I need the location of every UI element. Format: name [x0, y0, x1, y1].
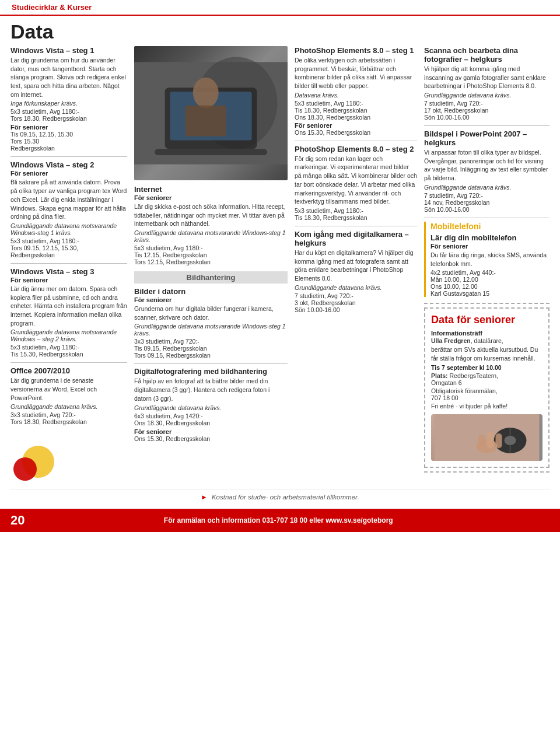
windows-vista-3-subtitle: För seniorer: [10, 277, 127, 284]
internet-schedule: 5x3 studietim, Avg 1180:- Tis 12.15, Red…: [134, 244, 288, 265]
office-schedule: 3x3 studietim, Avg 720:- Tors 18.30, Red…: [10, 411, 127, 425]
bilder-subtitle: För seniorer: [134, 296, 288, 303]
seniors-box-name: Ulla Fredgren: [431, 337, 471, 344]
office-block: Office 2007/2010 Lär dig grunderna i de …: [10, 366, 127, 425]
top-section: Windows Vista – steg 1 Lär dig grunderna…: [10, 46, 550, 484]
center-photo: Internet För seniorer Lär dig skicka e-p…: [134, 46, 288, 447]
internet-italic: Grundläggande datavana motsvarande Windo…: [134, 229, 288, 243]
mobiltelefoni-title: Lär dig din mobiltelefon: [430, 233, 550, 242]
windows-vista-2-block: Windows Vista – steg 2 För seniorer Bli …: [10, 160, 127, 258]
section-title: Data: [10, 22, 550, 41]
hand-mouse-image: [431, 414, 542, 461]
digitalfoto-title: Digitalfotografering med bildhantering: [134, 368, 288, 376]
windows-vista-3-schedule: 5x3 studietim, Avg 1180:- Tis 15.30, Red…: [10, 344, 127, 358]
sep-3: [10, 362, 127, 363]
office-italic: Grundläggande datavana krävs.: [10, 403, 127, 410]
seniors-box-free: Fri entré - vi bjuder på kaffe!: [431, 403, 542, 410]
photoshop-2-title: PhotoShop Elements 8.0 – steg 2: [295, 145, 417, 153]
digitalkamera-body: Har du köpt en digitalkamera? Vi hjälper…: [295, 249, 417, 283]
windows-vista-2-title: Windows Vista – steg 2: [10, 160, 127, 169]
seniors-box-title: Data för seniorer: [431, 314, 542, 326]
svg-point-10: [505, 436, 516, 445]
windows-vista-1-italic: Inga förkunskaper krävs.: [10, 100, 127, 107]
bottom-note-arrow: ►: [201, 494, 207, 501]
office-body: Lär dig grunderna i de senaste versioner…: [10, 376, 127, 402]
windows-vista-2-body: Bli säkrare på att använda datorn. Prova…: [10, 178, 127, 221]
sep-ps2: [295, 226, 417, 226]
sep-scanna: [424, 125, 550, 126]
scanna-title: Scanna och bearbeta dina fotografier – h…: [424, 46, 550, 64]
bottom-note-text: Kostnad för studie- och arbetsmaterial t…: [212, 494, 359, 501]
windows-vista-3-block: Windows Vista – steg 3 För seniorer Lär …: [10, 267, 127, 358]
bilder-block: Bilder i datorn För seniorer Grunderna o…: [134, 287, 288, 359]
circle-red: [13, 457, 37, 481]
internet-block: Internet För seniorer Lär dig skicka e-p…: [134, 185, 288, 265]
bildspel-schedule: 7 studietim, Avg 720:- 14 nov, Redbergss…: [424, 192, 550, 213]
digitalfoto-seniors-schedule: Ons 15.30, Redbergsskolan: [134, 435, 288, 442]
photoshop-1-title: PhotoShop Elements 8.0 – steg 1: [295, 46, 417, 55]
svg-rect-13: [487, 432, 494, 448]
photoshop-2-block: PhotoShop Elements 8.0 – steg 2 För dig …: [295, 145, 417, 221]
digitalkamera-schedule: 7 studietim, Avg 720:- 3 okt, Redbergssk…: [295, 292, 417, 313]
digitalfoto-seniors-label: För seniorer: [134, 428, 288, 435]
svg-point-5: [193, 78, 219, 109]
scanna-body: Vi hjälper dig att komma igång med insca…: [424, 65, 550, 90]
windows-vista-3-title: Windows Vista – steg 3: [10, 267, 127, 276]
scanna-block: Scanna och bearbeta dina fotografier – h…: [424, 46, 550, 121]
page-footer: 20 För anmälan och information 031-707 1…: [0, 509, 560, 532]
windows-vista-3-body: Lär dig ännu mer om datorn. Spara och ko…: [10, 285, 127, 327]
digitalfoto-schedule: 6x3 studietim, Avg 1420:- Ons 18.30, Red…: [134, 412, 288, 426]
bottom-note-area: ► Kostnad för studie- och arbetsmaterial…: [10, 489, 550, 504]
digitalkamera-title: Kom igång med digitalkamera – helgkurs: [295, 230, 417, 247]
windows-vista-1-title: Windows Vista – steg 1: [10, 46, 127, 55]
mobiltelefoni-subtitle: För seniorer: [430, 243, 550, 250]
digitalfoto-block: Digitalfotografering med bildhantering F…: [134, 368, 288, 442]
windows-vista-1-seniors-schedule: Tis 09.15, 12.15, 15.30 Tors 15.30 Redbe…: [10, 131, 127, 152]
svg-rect-14: [496, 433, 502, 448]
svg-rect-6: [186, 106, 226, 137]
office-title: Office 2007/2010: [10, 366, 127, 375]
mobiltelefoni-schedule: 4x2 studietim, Avg 440:- Mån 10.00, 12.0…: [430, 269, 550, 297]
svg-rect-12: [478, 435, 485, 449]
bilder-italic: Grundläggande datavana motsvarande Windo…: [134, 323, 288, 337]
photoshop-2-schedule: 5x3 studietim, Avg 1180:- Tis 18.30, Red…: [295, 207, 417, 221]
seniors-box-note: Obligatorisk föranmälan, 707 18 00: [431, 387, 542, 401]
bilder-schedule: 3x3 studietim, Avg 720:- Tis 09.15, Redb…: [134, 338, 288, 359]
laptop-image: [134, 46, 288, 180]
windows-vista-1-seniors-label: För seniorer: [10, 124, 127, 131]
bildspel-italic: Grundläggande datavana krävs.: [424, 184, 550, 191]
header-title: Studiecirklar & Kurser: [12, 3, 92, 12]
photoshop-1-schedule: 5x3 studietim, Avg 1180:- Tis 18.30, Red…: [295, 100, 417, 121]
footer-page-number: 20: [10, 513, 24, 528]
internet-body: Lär dig skicka e-post och söka informati…: [134, 202, 288, 228]
photoshop-1-seniors-label: För seniorer: [295, 122, 417, 129]
far-right-col: Scanna och bearbeta dina fotografier – h…: [424, 46, 550, 476]
page-header: Studiecirklar & Kurser: [0, 0, 560, 16]
seniors-place-label: Plats:: [431, 372, 448, 379]
internet-title: Internet: [134, 185, 288, 194]
windows-vista-2-schedule: 5x3 studietim, Avg 1180:- Tors 09.15, 12…: [10, 237, 127, 258]
page-body: Data Windows Vista – steg 1 Lär dig grun…: [0, 16, 560, 506]
windows-vista-2-subtitle: För seniorer: [10, 170, 127, 177]
svg-rect-4: [155, 149, 267, 155]
sep-bildspel: [424, 218, 550, 218]
photoshop-2-body: För dig som redan kan lager och markerin…: [295, 155, 417, 206]
seniors-box-name-desc: , datalärare,: [471, 337, 503, 344]
bildhantering-section: Bildhantering: [134, 271, 288, 284]
dotted-separator: [424, 303, 550, 304]
internet-subtitle: För seniorer: [134, 194, 288, 201]
decorative-circles: [10, 437, 127, 484]
digitalkamera-italic: Grundläggande datavana krävs.: [295, 284, 417, 291]
bildspel-body: Vi anpassar foton till olika typer av bi…: [424, 148, 550, 183]
dotted-separator-bottom: [424, 471, 550, 473]
sep-2: [10, 263, 127, 264]
windows-vista-1-block: Windows Vista – steg 1 Lär dig grunderna…: [10, 46, 127, 152]
windows-vista-2-italic: Grundläggande datavana motsvarande Windo…: [10, 222, 127, 236]
windows-vista-1-body: Lär dig grunderna om hur du använder dat…: [10, 56, 127, 99]
bildhantering-label: Bildhantering: [187, 273, 236, 282]
mobiltelefoni-section-title: Mobiltelefoni: [430, 222, 550, 231]
digitalkamera-block: Kom igång med digitalkamera – helgkurs H…: [295, 230, 417, 313]
seniors-box-subtitle: Informationsträff: [431, 330, 542, 337]
mobiltelefoni-section: Mobiltelefoni Lär dig din mobiltelefon F…: [424, 222, 550, 297]
windows-vista-3-italic: Grundläggande datavana motsvarande Windo…: [10, 328, 127, 342]
